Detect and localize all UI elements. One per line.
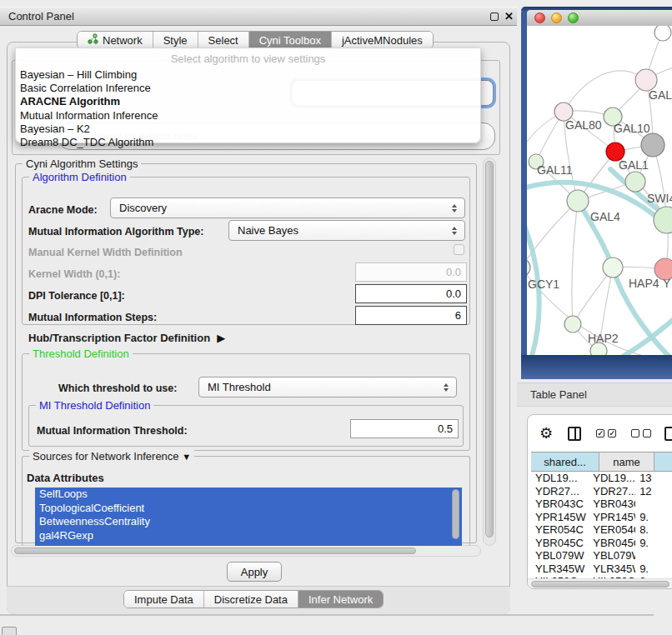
- table-cell: YDL19...: [531, 472, 589, 485]
- table-cell: 9.: [635, 511, 672, 524]
- column-split-icon[interactable]: [568, 427, 581, 441]
- apply-button[interactable]: Apply: [227, 562, 282, 582]
- table-row[interactable]: YDL19...YDL19...13: [531, 472, 672, 485]
- tab-label: Impute Data: [134, 593, 193, 606]
- svg-text:HAP4: HAP4: [629, 277, 659, 290]
- table-row[interactable]: YLR345WYLR345W9.: [531, 562, 672, 576]
- attribute-item-selfloops[interactable]: SelfLoops: [35, 488, 462, 502]
- unchecked-box-icon: [643, 429, 651, 438]
- tab-label: Infer Network: [308, 593, 373, 606]
- tab-discretize-data[interactable]: Discretize Data: [203, 591, 298, 608]
- deselect-all-icon[interactable]: [631, 429, 651, 438]
- tab-impute-data[interactable]: Impute Data: [124, 591, 203, 608]
- algorithm-option-aracne-algorithm[interactable]: ARACNE Algorithm: [16, 95, 480, 108]
- checked-box-icon: ✓: [608, 429, 616, 438]
- column-header-name[interactable]: name: [599, 452, 654, 471]
- table-row[interactable]: YBR045CYBR045C9.: [531, 537, 672, 550]
- bottom-tabbar: Impute DataDiscretize DataInfer Network: [123, 590, 384, 608]
- tab-label: Select: [208, 34, 238, 47]
- tab-infer-network[interactable]: Infer Network: [298, 591, 383, 608]
- table-row[interactable]: YBR043CYBR043C: [531, 498, 672, 511]
- kernel-width-label: Kernel Width (0,1):: [28, 268, 120, 280]
- table-panel-title: Table Panel: [517, 388, 587, 401]
- horizontal-scroll-thumb[interactable]: [14, 548, 416, 554]
- kernel-width-field[interactable]: 0.0: [355, 262, 467, 282]
- close-panel-icon[interactable]: ✕: [504, 10, 514, 22]
- table-row[interactable]: YPR145WYPR145W9.: [531, 511, 672, 524]
- aracne-mode-value: Discovery: [111, 202, 448, 214]
- settings-vertical-scrollbar[interactable]: [483, 158, 496, 546]
- apply-button-label: Apply: [241, 566, 268, 578]
- checked-box-icon: ✓: [596, 429, 604, 438]
- table-cell: YDL19...: [589, 472, 635, 485]
- column-header-shared[interactable]: shared...: [531, 452, 599, 471]
- tab-jactivemnodules[interactable]: jActiveMNodules: [331, 32, 433, 48]
- mi-type-label: Mutual Information Algorithm Type:: [28, 226, 203, 238]
- table-panel-titlebar: Table Panel: [517, 382, 672, 407]
- network-window-titlebar[interactable]: [527, 10, 672, 26]
- table-cell: YBL079W: [589, 549, 635, 562]
- select-all-icon[interactable]: ✓ ✓: [596, 429, 616, 438]
- svg-text:SWI4: SWI4: [647, 192, 672, 205]
- table-cell: [635, 498, 672, 511]
- algorithm-option-bayesian-hill-climbing[interactable]: Bayesian – Hill Climbing: [16, 68, 480, 82]
- minimize-window-icon[interactable]: [551, 12, 562, 23]
- attribute-item-topologicalcoefficient[interactable]: TopologicalCoefficient: [35, 502, 462, 516]
- spinner-arrows-icon: [439, 383, 453, 392]
- status-bar-icon[interactable]: [2, 627, 17, 635]
- svg-text:Y: Y: [663, 277, 671, 290]
- table-cell: YPR145W: [589, 511, 635, 524]
- attribute-item-betweennesscentrality[interactable]: BetweennessCentrality: [35, 515, 462, 529]
- zoom-window-icon[interactable]: [568, 12, 579, 23]
- collapse-down-icon[interactable]: ▼: [182, 452, 191, 462]
- tab-cyni-toolbox[interactable]: Cyni Toolbox: [248, 32, 331, 48]
- algorithm-option-bayesian-k2[interactable]: Bayesian – K2: [16, 122, 480, 136]
- table-row[interactable]: YBL079WYBL079W: [531, 549, 672, 562]
- tab-style[interactable]: Style: [153, 32, 198, 48]
- mi-threshold-label: Mutual Information Threshold:: [37, 425, 188, 437]
- float-window-icon[interactable]: [490, 12, 499, 21]
- mi-threshold-title: MI Threshold Definition: [36, 399, 153, 412]
- column-header-2[interactable]: [654, 452, 672, 471]
- mi-type-combobox[interactable]: Naive Bayes: [228, 220, 465, 241]
- manual-kernel-checkbox[interactable]: [454, 244, 464, 255]
- svg-text:GAL10: GAL10: [614, 122, 650, 135]
- which-threshold-combobox[interactable]: MI Threshold: [198, 377, 457, 398]
- which-threshold-value: MI Threshold: [199, 381, 439, 393]
- export-table-icon[interactable]: [664, 427, 672, 441]
- gear-icon[interactable]: ⚙: [539, 424, 553, 442]
- data-attributes-list[interactable]: SelfLoopsTopologicalCoefficientBetweenne…: [35, 488, 462, 546]
- table-cell: YPR145W: [531, 511, 589, 524]
- bottom-divider: [0, 614, 654, 616]
- table-row[interactable]: YDR27...YDR27...12: [531, 485, 672, 498]
- algorithm-option-basic-correlation-inference[interactable]: Basic Correlation Inference: [16, 82, 480, 95]
- mi-steps-field[interactable]: 6: [355, 306, 467, 325]
- tab-network[interactable]: Network: [78, 32, 153, 48]
- attribute-item-gal4rgexp[interactable]: gal4RGexp: [35, 529, 462, 543]
- control-panel-title: Control Panel: [0, 10, 74, 22]
- cyni-settings-title: Cyni Algorithm Settings: [23, 158, 141, 170]
- dpi-tolerance-field[interactable]: 0.0: [355, 284, 467, 303]
- hub-factor-expander[interactable]: Hub/Transcription Factor Definition ▶: [28, 332, 225, 344]
- mi-threshold-field[interactable]: 0.5: [350, 419, 459, 438]
- algorithm-option-dream8-dc-tdc-algorithm[interactable]: Dream8 DC_TDC Algorithm: [16, 136, 480, 149]
- table-cell: YBR045C: [531, 537, 589, 550]
- settings-horizontal-scrollbar[interactable]: [11, 545, 481, 557]
- aracne-mode-combobox[interactable]: Discovery: [110, 198, 465, 218]
- table-scroll-thumb[interactable]: [531, 581, 669, 588]
- table-row[interactable]: YER054CYER054C8.: [531, 523, 672, 537]
- popup-header: Select algorithm to view settings: [16, 48, 480, 65]
- table-horizontal-scrollbar[interactable]: [528, 578, 672, 589]
- table-cell: YDR27...: [531, 485, 589, 498]
- vertical-scroll-thumb[interactable]: [485, 161, 494, 538]
- attributes-list-scrollbar[interactable]: [452, 489, 459, 539]
- table-cell: [635, 549, 672, 562]
- close-window-icon[interactable]: [534, 12, 545, 23]
- network-canvas[interactable]: GALGAL80GAL10GAL1GAL11SWI4GAL4HAP4YGCY1H…: [527, 26, 672, 355]
- table-cell: YLR345W: [589, 562, 635, 576]
- manual-kernel-label: Manual Kernel Width Definition: [28, 247, 183, 258]
- tab-select[interactable]: Select: [198, 32, 248, 48]
- svg-text:GCY1: GCY1: [528, 278, 559, 291]
- algorithm-option-mutual-information-inference[interactable]: Mutual Information Inference: [16, 109, 480, 122]
- mi-steps-value: 6: [455, 309, 461, 322]
